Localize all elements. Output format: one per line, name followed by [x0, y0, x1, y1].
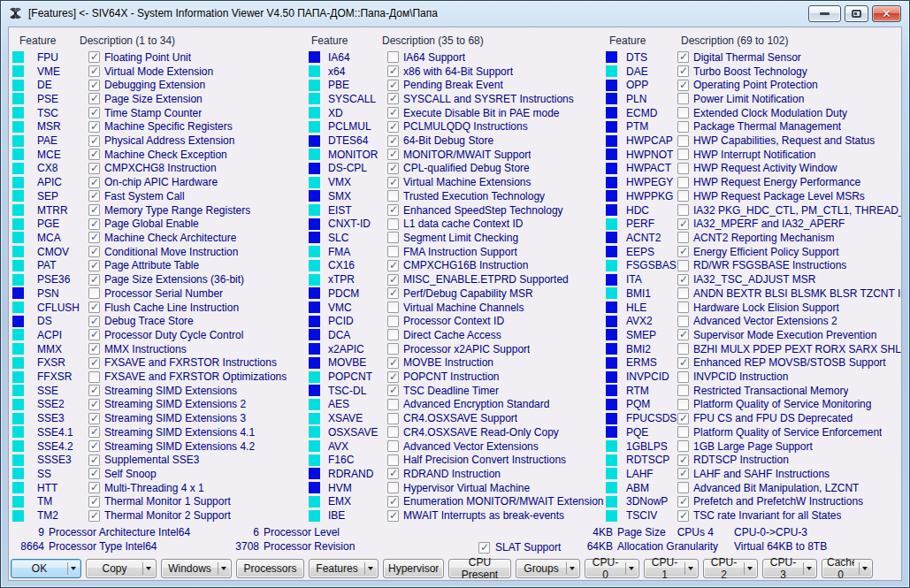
feature-checkbox[interactable] [677, 454, 689, 466]
cache-0-button[interactable]: Cache-0 [822, 559, 873, 578]
feature-checkbox[interactable] [88, 246, 100, 257]
copy-button[interactable]: Copy [86, 559, 157, 578]
feature-checkbox[interactable] [88, 454, 100, 466]
ok-button[interactable]: OK [11, 559, 81, 578]
feature-checkbox[interactable] [677, 440, 689, 452]
dropdown-arrow-icon[interactable] [629, 567, 634, 573]
feature-checkbox[interactable] [387, 204, 399, 216]
feature-checkbox[interactable] [387, 232, 399, 243]
feature-checkbox[interactable] [387, 65, 399, 77]
feature-checkbox[interactable] [677, 426, 689, 438]
feature-checkbox[interactable] [88, 496, 100, 508]
feature-checkbox[interactable] [387, 510, 399, 522]
feature-checkbox[interactable] [677, 190, 689, 202]
feature-checkbox[interactable] [387, 80, 399, 91]
feature-checkbox[interactable] [677, 399, 689, 410]
feature-checkbox[interactable] [677, 260, 689, 271]
feature-checkbox[interactable] [88, 107, 100, 118]
feature-checkbox[interactable] [88, 163, 100, 174]
feature-checkbox[interactable] [88, 135, 100, 147]
feature-checkbox[interactable] [88, 149, 100, 160]
feature-checkbox[interactable] [88, 93, 100, 104]
slat-support-checkbox[interactable] [478, 542, 490, 554]
groups-button[interactable]: Groups [516, 559, 580, 578]
windows-button[interactable]: Windows [161, 559, 232, 578]
feature-checkbox[interactable] [88, 204, 100, 216]
feature-checkbox[interactable] [387, 371, 399, 383]
feature-checkbox[interactable] [677, 107, 689, 118]
feature-checkbox[interactable] [88, 316, 100, 327]
cpu-present-button[interactable]: CPU Present [448, 559, 511, 578]
feature-checkbox[interactable] [88, 371, 100, 383]
feature-checkbox[interactable] [677, 93, 689, 104]
processors-button[interactable]: Processors [236, 559, 304, 578]
feature-checkbox[interactable] [677, 232, 689, 243]
features-button[interactable]: Features [309, 559, 379, 578]
feature-checkbox[interactable] [677, 163, 689, 174]
feature-checkbox[interactable] [677, 121, 689, 133]
dropdown-arrow-icon[interactable] [221, 567, 226, 573]
feature-checkbox[interactable] [387, 51, 399, 63]
feature-checkbox[interactable] [387, 121, 399, 133]
feature-checkbox[interactable] [88, 177, 100, 188]
feature-checkbox[interactable] [677, 357, 689, 369]
dropdown-arrow-icon[interactable] [862, 567, 868, 573]
feature-checkbox[interactable] [387, 343, 399, 355]
feature-checkbox[interactable] [387, 329, 399, 340]
feature-checkbox[interactable] [88, 426, 100, 438]
feature-checkbox[interactable] [387, 246, 399, 257]
feature-checkbox[interactable] [387, 496, 399, 508]
feature-checkbox[interactable] [387, 316, 399, 327]
feature-checkbox[interactable] [387, 399, 399, 410]
feature-checkbox[interactable] [387, 468, 399, 479]
feature-checkbox[interactable] [88, 510, 100, 522]
feature-checkbox[interactable] [677, 246, 689, 257]
feature-checkbox[interactable] [88, 302, 100, 313]
feature-checkbox[interactable] [677, 204, 689, 216]
feature-checkbox[interactable] [677, 316, 689, 327]
feature-checkbox[interactable] [677, 51, 689, 63]
feature-checkbox[interactable] [88, 80, 100, 91]
feature-checkbox[interactable] [387, 163, 399, 174]
feature-checkbox[interactable] [88, 287, 100, 299]
dropdown-arrow-icon[interactable] [368, 567, 373, 573]
cpu-0-button[interactable]: CPU-0 [585, 559, 639, 578]
feature-checkbox[interactable] [677, 482, 689, 493]
feature-checkbox[interactable] [677, 343, 689, 355]
feature-checkbox[interactable] [88, 190, 100, 202]
feature-checkbox[interactable] [88, 329, 100, 340]
feature-checkbox[interactable] [677, 329, 689, 340]
hypervisor-button[interactable]: Hypervisor [383, 559, 444, 578]
feature-checkbox[interactable] [677, 385, 689, 396]
dropdown-arrow-icon[interactable] [570, 567, 575, 573]
feature-checkbox[interactable] [88, 357, 100, 369]
feature-checkbox[interactable] [677, 65, 689, 77]
app-icon[interactable] [8, 6, 23, 20]
feature-checkbox[interactable] [88, 343, 100, 355]
feature-checkbox[interactable] [88, 468, 100, 479]
dropdown-arrow-icon[interactable] [688, 567, 693, 573]
minimize-button[interactable] [808, 5, 841, 22]
feature-checkbox[interactable] [677, 496, 689, 508]
cpu-2-button[interactable]: CPU-2 [703, 559, 758, 578]
feature-checkbox[interactable] [88, 413, 100, 424]
feature-checkbox[interactable] [88, 482, 100, 493]
feature-checkbox[interactable] [88, 51, 100, 63]
dropdown-arrow-icon[interactable] [807, 567, 812, 573]
feature-checkbox[interactable] [387, 454, 399, 466]
feature-checkbox[interactable] [88, 399, 100, 410]
feature-checkbox[interactable] [677, 302, 689, 313]
feature-checkbox[interactable] [387, 107, 399, 118]
feature-checkbox[interactable] [387, 287, 399, 299]
feature-checkbox[interactable] [88, 121, 100, 133]
feature-checkbox[interactable] [677, 287, 689, 299]
feature-checkbox[interactable] [387, 385, 399, 396]
cpu-1-button[interactable]: CPU-1 [644, 559, 699, 578]
feature-checkbox[interactable] [88, 65, 100, 77]
feature-checkbox[interactable] [677, 413, 689, 424]
feature-checkbox[interactable] [88, 385, 100, 396]
feature-checkbox[interactable] [677, 371, 689, 383]
feature-checkbox[interactable] [677, 510, 689, 522]
feature-checkbox[interactable] [387, 149, 399, 160]
feature-checkbox[interactable] [387, 177, 399, 188]
